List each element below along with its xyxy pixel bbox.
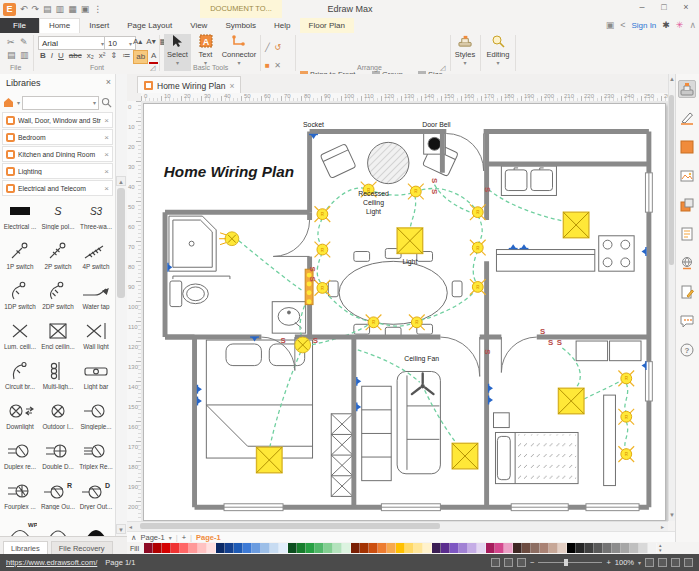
color-swatch[interactable]: [153, 543, 162, 553]
symbol-single[interactable]: Singleple...: [78, 399, 114, 430]
font-style-button-ab[interactable]: ab: [133, 50, 148, 64]
maximize-button[interactable]: □: [653, 0, 675, 16]
font-style-button-≔[interactable]: ≔: [120, 50, 132, 64]
font-style-button-I[interactable]: I: [49, 50, 55, 64]
paste-icon[interactable]: ▤: [7, 49, 16, 62]
ceiling-light-square[interactable]: [452, 443, 478, 469]
symbol-sw1p[interactable]: 1P switch: [2, 239, 38, 270]
layers-icon[interactable]: [678, 196, 696, 214]
minimize-button[interactable]: –: [631, 0, 653, 16]
color-swatch[interactable]: [324, 543, 333, 553]
fit-window-icon[interactable]: [645, 558, 654, 567]
recessed-light[interactable]: R: [618, 371, 634, 387]
panel-scroll-up-icon[interactable]: ▲: [116, 176, 126, 186]
color-swatch[interactable]: [144, 543, 153, 553]
symbol-tap[interactable]: Water tap: [78, 279, 114, 310]
color-swatch[interactable]: [414, 543, 423, 553]
font-style-button-abc[interactable]: abc: [67, 50, 84, 64]
zoom-dropdown-icon[interactable]: ▾: [638, 559, 641, 566]
symbol-down[interactable]: Downlight: [2, 399, 38, 430]
library-close-icon[interactable]: ×: [104, 167, 109, 176]
color-swatch[interactable]: [567, 543, 576, 553]
library-close-icon[interactable]: ×: [104, 133, 109, 142]
home-icon[interactable]: [3, 97, 15, 108]
symbol-s1[interactable]: SSingle pol...: [40, 199, 76, 230]
tab-help[interactable]: Help: [265, 18, 299, 33]
collapse-ribbon-icon[interactable]: ∧: [689, 20, 696, 30]
symbol-sw1dp[interactable]: 1DP switch: [2, 279, 38, 310]
symbol-s3[interactable]: S3Three-wa...: [78, 199, 114, 230]
save-icon[interactable]: ▦: [68, 3, 77, 16]
fit-width-icon[interactable]: [658, 558, 667, 567]
scroll-right-icon[interactable]: ▸: [661, 523, 664, 530]
color-swatch[interactable]: [468, 543, 477, 553]
color-swatch[interactable]: [558, 543, 567, 553]
color-swatch[interactable]: [351, 543, 360, 553]
recessed-light[interactable]: R: [366, 314, 382, 330]
arc-icon[interactable]: ↺: [274, 43, 281, 52]
arrange-group-expander[interactable]: ◿: [440, 64, 445, 72]
symbol-ddup[interactable]: Double D...: [40, 439, 76, 470]
switch-symbol[interactable]: S: [308, 276, 317, 281]
library-close-icon[interactable]: ×: [104, 184, 109, 193]
home-dropdown-icon[interactable]: ▾: [17, 99, 20, 106]
canvas-viewport[interactable]: RRRRRRRRRRRRR SSSSSSSSSSS Home Wiring Pl…: [141, 101, 668, 521]
font-button[interactable]: A▾: [144, 36, 157, 48]
share-icon[interactable]: <: [620, 20, 625, 30]
switch-symbol[interactable]: S: [308, 267, 317, 272]
page-selector-dropdown-icon[interactable]: ▾: [169, 534, 172, 541]
color-swatch[interactable]: [612, 543, 621, 553]
color-swatch[interactable]: [504, 543, 513, 553]
color-swatch[interactable]: [279, 543, 288, 553]
tab-home[interactable]: Home: [39, 18, 80, 33]
open-file-icon[interactable]: ▥: [56, 3, 65, 16]
color-swatch[interactable]: [180, 543, 189, 553]
delete-icon[interactable]: ✕: [274, 61, 281, 70]
switch-symbol[interactable]: S: [313, 336, 318, 345]
symbol-service[interactable]: Electrical ...: [2, 199, 38, 230]
styles-button[interactable]: Styles▾: [452, 34, 478, 71]
library-item-wall[interactable]: Wall, Door, Window and Structure×: [2, 112, 113, 128]
single-bed[interactable]: [495, 432, 578, 483]
ceiling-light-square[interactable]: [563, 212, 589, 238]
panel-tab-file-recovery[interactable]: File Recovery: [51, 541, 113, 555]
zoom-slider-knob[interactable]: [564, 559, 568, 566]
ceiling-fan-label[interactable]: Ceiling Fan: [404, 355, 439, 363]
switch-symbol[interactable]: S: [557, 338, 562, 347]
recessed-light[interactable]: R: [470, 240, 486, 256]
recessed-light[interactable]: R: [315, 206, 331, 222]
hall-lamp[interactable]: [295, 337, 311, 353]
symbol-wall[interactable]: Wall light: [78, 319, 114, 350]
library-item-electrical-and-telecom[interactable]: Electrical and Telecom×: [2, 180, 113, 196]
color-swatch[interactable]: [441, 543, 450, 553]
ceiling-light-square[interactable]: [397, 228, 423, 254]
color-swatch[interactable]: [513, 543, 522, 553]
ceiling-light-square[interactable]: [256, 447, 282, 473]
symbol-outdoor[interactable]: Outdoor l...: [40, 399, 76, 430]
color-swatch[interactable]: [459, 543, 468, 553]
floor-plan[interactable]: RRRRRRRRRRRRR SSSSSSSSSSS Home Wiring Pl…: [144, 104, 665, 520]
switch-symbol[interactable]: S: [280, 336, 285, 345]
switch-symbol[interactable]: S: [540, 327, 545, 336]
close-button[interactable]: ×: [675, 0, 697, 16]
color-swatch[interactable]: [621, 543, 630, 553]
color-swatch[interactable]: [522, 543, 531, 553]
edit-doc-icon[interactable]: [678, 283, 696, 301]
recessed-light[interactable]: R: [470, 279, 486, 295]
sofa[interactable]: [397, 371, 440, 473]
recessed-light[interactable]: R: [470, 204, 486, 220]
symbol-archdark[interactable]: [78, 519, 114, 536]
search-icon[interactable]: [101, 97, 112, 108]
wall-lamp[interactable]: [219, 232, 239, 246]
format-painter-icon[interactable]: ✎: [20, 36, 28, 49]
door-bell-label[interactable]: Door Bell: [422, 121, 451, 128]
library-item-bedroom[interactable]: Bedroom×: [2, 129, 113, 145]
tall-unit[interactable]: [604, 395, 616, 485]
symbol-sw2dp[interactable]: 2DP switch: [40, 279, 76, 310]
color-swatch[interactable]: [171, 543, 180, 553]
symbol-wp[interactable]: WP: [2, 519, 38, 536]
color-swatch[interactable]: [369, 543, 378, 553]
color-swatch[interactable]: [405, 543, 414, 553]
zoom-slider[interactable]: [538, 562, 602, 563]
comment-icon[interactable]: [678, 312, 696, 330]
